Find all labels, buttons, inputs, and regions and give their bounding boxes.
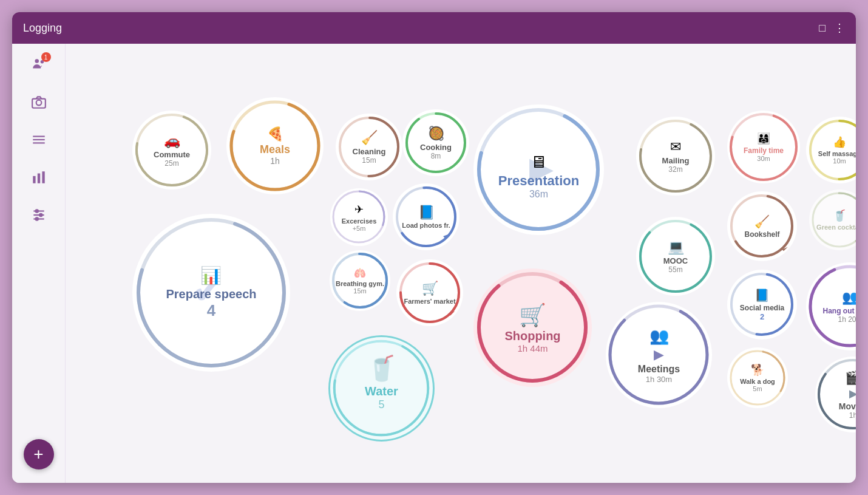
exercises-bubble[interactable]: ✈ Excercises +5m <box>330 188 388 246</box>
movies-icon: 🎬 <box>845 370 856 386</box>
farmers-label: Farmers' market <box>404 298 455 305</box>
svg-point-14 <box>39 214 42 216</box>
walkdog-bubble[interactable]: 🐕 Walk a dog 5m <box>727 347 788 408</box>
presentation-time: 36m <box>498 189 579 200</box>
meals-icon: 🍕 <box>267 126 283 142</box>
loadphotos-label: Load photos fr. <box>402 222 450 229</box>
mooc-label: MOOC <box>663 256 688 265</box>
cooking-time: 8m <box>431 152 441 160</box>
window-square-icon[interactable]: □ <box>819 22 826 35</box>
family-time: 30m <box>757 155 770 162</box>
presentation-monitor-icon: 🖥 <box>498 152 579 172</box>
prepare-bubble[interactable]: ✔ 📊 Prepare speech 4 <box>132 214 290 372</box>
commute-label: Commute <box>154 150 190 159</box>
cleaning-icon: 🧹 <box>361 130 378 146</box>
cocktail-icon: 🥤 <box>833 209 846 222</box>
sidebar-chart[interactable] <box>27 165 51 189</box>
selfmassage-bubble[interactable]: 👍 Self massage 10m <box>806 117 856 183</box>
presentation-bubble[interactable]: ▶ 🖥 Presentation 36m <box>473 104 604 235</box>
hangout-icon: 👥 <box>842 290 856 306</box>
sidebar-people[interactable]: 1 <box>27 52 51 77</box>
selfmassage-time: 10m <box>833 157 846 165</box>
breathing-time: 15m <box>353 287 366 295</box>
commute-bubble[interactable]: 🚗 Commute 25m <box>132 111 211 189</box>
mailing-bubble[interactable]: ✉ Mailing 32m <box>636 117 715 196</box>
meetings-label: Meetings <box>638 364 680 375</box>
walkdog-time: 5m <box>753 385 762 392</box>
title-bar: Logging □ ⋮ <box>12 12 856 44</box>
breathing-bubble[interactable]: 🫁 Breathing gym. 15m <box>330 250 390 311</box>
meals-label: Meals <box>260 143 290 156</box>
water-label: Water <box>365 384 398 398</box>
movies-bubble[interactable]: 🎬 ▶ Movies 1h <box>815 357 856 432</box>
movies-time: 1h <box>849 411 856 420</box>
svg-rect-6 <box>33 142 45 143</box>
family-icon: 👨‍👩‍👧 <box>757 132 770 145</box>
mooc-icon: 💻 <box>668 239 684 255</box>
mailing-label: Mailing <box>662 156 690 165</box>
meetings-bubble[interactable]: 👥 ▶ Meetings 1h 30m <box>606 302 712 408</box>
meetings-play-icon: ▶ <box>654 347 664 363</box>
water-glass-icon: 🥤 <box>367 354 397 383</box>
hangout-bubble[interactable]: 👥 Hang out with f. 1h 20m <box>806 262 856 350</box>
exercises-icon: ✈ <box>354 203 364 216</box>
selfmassage-icon: 👍 <box>833 135 846 149</box>
bookshelf-icon: 🧹 <box>754 214 770 229</box>
prepare-icon: 📊 <box>166 265 257 285</box>
window-menu-icon[interactable]: ⋮ <box>834 21 845 35</box>
movies-play-icon: ▶ <box>849 387 856 400</box>
svg-rect-5 <box>33 139 45 140</box>
social-bubble[interactable]: 📘 Social media 2 <box>727 270 797 340</box>
svg-point-0 <box>35 59 39 63</box>
commute-icon: 🚗 <box>164 133 180 149</box>
app-title: Logging <box>23 22 62 35</box>
farmers-bubble[interactable]: 🛒 Farmers' market <box>396 259 463 326</box>
shopping-cart-icon: 🛒 <box>519 302 546 328</box>
sidebar-camera[interactable] <box>27 90 51 114</box>
cocktail-label: Green cocktail <box>816 224 856 231</box>
people-badge: 1 <box>41 52 51 62</box>
walkdog-icon: 🐕 <box>751 363 764 377</box>
mooc-time: 55m <box>668 265 682 274</box>
add-button[interactable]: + <box>24 439 54 469</box>
cocktail-bubble[interactable]: 🥤 Green cocktail <box>809 189 856 250</box>
prepare-label: Prepare speech <box>166 287 257 301</box>
bookshelf-bubble[interactable]: 🧹 Bookshelf <box>727 191 797 261</box>
mooc-bubble[interactable]: 💻 MOOC 55m <box>636 217 715 296</box>
shopping-label: Shopping <box>504 329 560 343</box>
cooking-icon: 🥘 <box>428 126 444 142</box>
family-label: Family time <box>744 146 784 155</box>
meals-bubble[interactable]: 🍕 Meals 1h <box>226 97 324 194</box>
social-count: 2 <box>760 312 764 321</box>
selfmassage-label: Self massage <box>818 150 856 157</box>
water-bubble[interactable]: 🥤 Water 5 <box>328 335 435 442</box>
cleaning-bubble[interactable]: 🧹 Cleaning 15m <box>336 114 402 180</box>
shopping-time: 1h 44m <box>517 343 548 353</box>
sidebar: 1 + <box>12 44 66 483</box>
hangout-label: Hang out with f. <box>823 307 856 315</box>
loadphotos-bubble[interactable]: 📘 Load photos fr. <box>393 183 459 250</box>
cooking-bubble[interactable]: 🥘 Cooking 8m <box>402 109 469 176</box>
bubble-canvas: 🚗 Commute 25m 🍕 Meals 1h 🧹 Cleaning 15m <box>66 44 856 483</box>
shopping-bubble[interactable]: 🛒 Shopping 1h 44m <box>473 268 592 387</box>
title-bar-icons: □ ⋮ <box>819 21 845 35</box>
mailing-icon: ✉ <box>670 139 681 155</box>
commute-time: 25m <box>164 159 178 168</box>
breathing-label: Breathing gym. <box>336 280 384 287</box>
mailing-time: 32m <box>668 165 682 174</box>
cooking-label: Cooking <box>420 143 452 152</box>
meetings-time: 1h 30m <box>646 375 672 384</box>
svg-rect-8 <box>37 174 39 183</box>
breathing-icon: 🫁 <box>354 267 366 279</box>
sidebar-sliders[interactable] <box>27 203 51 227</box>
svg-point-3 <box>36 100 41 106</box>
social-icon: 📘 <box>754 288 770 302</box>
social-label: Social media <box>740 304 784 312</box>
family-bubble[interactable]: 👨‍👩‍👧 Family time 30m <box>727 111 800 183</box>
cleaning-time: 15m <box>362 156 376 165</box>
cleaning-label: Cleaning <box>353 147 386 156</box>
sidebar-menu[interactable] <box>27 128 51 152</box>
water-count: 5 <box>365 398 398 411</box>
walkdog-label: Walk a dog <box>740 378 775 385</box>
svg-rect-7 <box>33 176 35 183</box>
